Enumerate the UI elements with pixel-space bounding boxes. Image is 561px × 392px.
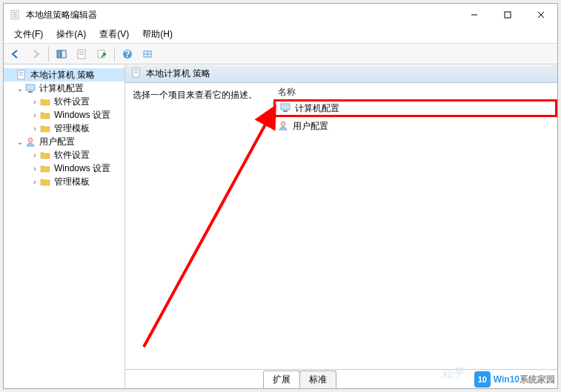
tree-root[interactable]: 本地计算机 策略 (4, 68, 125, 82)
close-button[interactable] (524, 4, 557, 26)
caret-collapsed-icon[interactable]: › (30, 98, 39, 106)
computer-icon (24, 82, 36, 94)
folder-icon (39, 176, 51, 187)
detail-body: 选择一个项目来查看它的描述。 名称 计算机配置 用户配置 (125, 83, 557, 369)
detail-header-title: 本地计算机 策略 (146, 67, 210, 80)
filter-button[interactable] (139, 46, 156, 62)
detail-header: 本地计算机 策略 (125, 65, 557, 83)
policy-icon (131, 67, 142, 80)
tree-label: 软件设置 (54, 96, 90, 108)
policy-icon (16, 69, 27, 81)
user-icon (24, 136, 36, 147)
svg-text:?: ? (125, 49, 130, 59)
menubar: 文件(F) 操作(A) 查看(V) 帮助(H) (4, 26, 557, 44)
help-button[interactable]: ? (119, 46, 136, 62)
list-item-computer-config[interactable]: 计算机配置 (273, 99, 557, 117)
description-column: 选择一个项目来查看它的描述。 (125, 83, 273, 369)
folder-icon (39, 149, 51, 161)
menu-help[interactable]: 帮助(H) (136, 27, 179, 42)
tree-label: Windows 设置 (54, 162, 110, 175)
svg-rect-22 (26, 84, 35, 90)
tree-software-settings-2[interactable]: › 软件设置 (4, 148, 125, 162)
svg-rect-29 (283, 110, 288, 112)
menu-view[interactable]: 查看(V) (93, 27, 135, 42)
folder-icon (39, 122, 51, 134)
caret-expanded-icon[interactable]: ⌄ (16, 138, 24, 146)
svg-point-24 (28, 138, 33, 142)
svg-rect-9 (62, 50, 66, 58)
svg-point-30 (281, 122, 285, 126)
folder-icon (39, 96, 51, 107)
tree-admin-templates-1[interactable]: › 管理模板 (4, 122, 125, 135)
properties-button[interactable] (73, 46, 90, 62)
folder-icon (39, 162, 51, 174)
tab-standard[interactable]: 标准 (299, 371, 336, 388)
tree-label: 管理模板 (54, 176, 90, 188)
tree-label: 软件设置 (54, 149, 90, 162)
forward-button[interactable] (27, 46, 44, 62)
tree-label: 计算机配置 (39, 82, 84, 95)
tree-user-config[interactable]: ⌄ 用户配置 (4, 135, 125, 148)
svg-rect-23 (28, 91, 33, 93)
app-icon (10, 9, 21, 21)
svg-rect-8 (57, 50, 61, 58)
window-title: 本地组策略编辑器 (26, 9, 457, 21)
titlebar: 本地组策略编辑器 (4, 4, 557, 26)
caret-collapsed-icon[interactable]: › (30, 124, 39, 133)
column-header-name[interactable]: 名称 (273, 83, 557, 99)
tree-label: Windows 设置 (54, 109, 110, 122)
minimize-button[interactable] (457, 4, 491, 26)
toolbar: ? (4, 44, 557, 64)
svg-rect-5 (505, 12, 511, 18)
tab-extended[interactable]: 扩展 (263, 371, 300, 388)
export-list-button[interactable] (93, 46, 110, 62)
detail-panel: 本地计算机 策略 选择一个项目来查看它的描述。 名称 计算机配置 用户配置 (125, 65, 557, 388)
show-hide-tree-button[interactable] (53, 46, 70, 62)
computer-icon (280, 102, 291, 115)
tree-panel[interactable]: 本地计算机 策略 ⌄ 计算机配置 › 软件设置 › Windows 设置 › 管… (4, 65, 125, 388)
tree-software-settings-1[interactable]: › 软件设置 (4, 95, 125, 108)
user-icon (278, 120, 288, 133)
maximize-button[interactable] (491, 4, 524, 26)
caret-collapsed-icon[interactable]: › (30, 111, 39, 119)
tree-computer-config[interactable]: ⌄ 计算机配置 (4, 82, 125, 95)
list-item-label: 用户配置 (293, 120, 328, 133)
menu-action[interactable]: 操作(A) (50, 27, 92, 42)
menu-file[interactable]: 文件(F) (8, 27, 49, 42)
back-button[interactable] (7, 46, 24, 62)
list-item-label: 计算机配置 (295, 102, 339, 115)
toolbar-separator-2 (114, 47, 115, 62)
window-controls (457, 4, 557, 26)
folder-icon (39, 109, 51, 121)
tree-windows-settings-1[interactable]: › Windows 设置 (4, 108, 125, 122)
content-area: 本地计算机 策略 ⌄ 计算机配置 › 软件设置 › Windows 设置 › 管… (4, 64, 557, 388)
detail-tabs: 扩展 标准 (125, 369, 557, 388)
caret-expanded-icon[interactable]: ⌄ (16, 84, 24, 93)
caret-collapsed-icon[interactable]: › (30, 151, 39, 159)
tree-windows-settings-2[interactable]: › Windows 设置 (4, 162, 125, 175)
tree-root-label: 本地计算机 策略 (30, 69, 95, 82)
caret-collapsed-icon[interactable]: › (30, 178, 39, 186)
tree-label: 管理模板 (54, 122, 90, 135)
app-window: 本地组策略编辑器 文件(F) 操作(A) 查看(V) 帮助(H) ? 本 (3, 3, 558, 389)
caret-collapsed-icon[interactable]: › (30, 165, 39, 173)
tree-label: 用户配置 (39, 136, 75, 148)
name-column: 名称 计算机配置 用户配置 (273, 83, 557, 369)
toolbar-separator (48, 47, 49, 62)
svg-rect-28 (281, 104, 290, 110)
tree-admin-templates-2[interactable]: › 管理模板 (4, 175, 125, 188)
list-item-user-config[interactable]: 用户配置 (273, 117, 557, 135)
description-hint: 选择一个项目来查看它的描述。 (133, 89, 266, 102)
